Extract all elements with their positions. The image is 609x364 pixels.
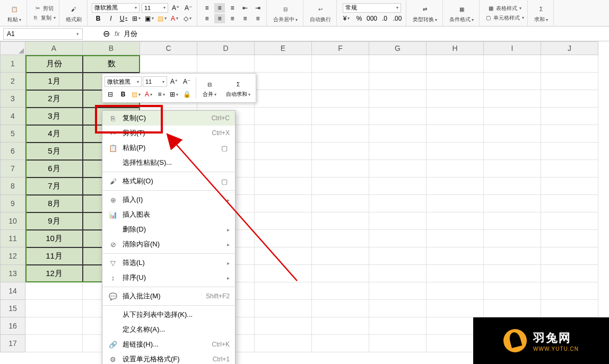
cell[interactable]	[427, 73, 484, 90]
distribute-button[interactable]: ≡	[253, 14, 263, 23]
col-header-J[interactable]: J	[541, 41, 598, 55]
row-header[interactable]: 4	[0, 108, 25, 125]
fill-color-button[interactable]: ▣	[144, 14, 154, 23]
cell[interactable]	[427, 282, 484, 300]
cell[interactable]	[369, 90, 427, 108]
menu-item[interactable]: 从下拉列表中选择(K)...	[102, 307, 235, 322]
cell[interactable]	[255, 177, 312, 195]
cell[interactable]	[484, 230, 541, 247]
col-header-D[interactable]: D	[197, 41, 255, 55]
menu-item[interactable]: 🔗超链接(H)...Ctrl+K	[102, 337, 235, 352]
cell[interactable]: 2月	[25, 90, 83, 108]
cell[interactable]	[427, 125, 484, 143]
cell[interactable]	[369, 317, 427, 335]
mini-autosum-button[interactable]: Σ 自动求和	[223, 77, 254, 99]
cell[interactable]	[312, 247, 369, 265]
cell[interactable]	[197, 55, 255, 73]
cell[interactable]: 3月	[25, 108, 83, 125]
menu-item[interactable]: 删除(D)	[102, 222, 235, 237]
cell[interactable]	[255, 265, 312, 282]
cell[interactable]	[427, 300, 484, 317]
cell[interactable]	[25, 317, 83, 335]
cell[interactable]	[255, 230, 312, 247]
copy-button[interactable]: ⎘复制	[31, 14, 56, 22]
italic-button[interactable]: I	[106, 14, 116, 23]
align-top-button[interactable]: ≡	[202, 3, 212, 13]
menu-item[interactable]: ⊘清除内容(N)	[102, 237, 235, 252]
cell[interactable]	[312, 282, 369, 300]
increase-indent-button[interactable]: ⇥	[253, 3, 263, 13]
cell[interactable]	[312, 143, 369, 160]
font-size-combo[interactable]: 11	[142, 3, 168, 13]
cell[interactable]	[427, 108, 484, 125]
cell[interactable]	[255, 335, 312, 352]
cell[interactable]	[369, 282, 427, 300]
sum-button[interactable]: Σ 求和	[532, 2, 550, 24]
menu-item[interactable]: 📊插入图表	[102, 207, 235, 222]
cell[interactable]: 8月	[25, 195, 83, 212]
cell[interactable]	[255, 143, 312, 160]
menu-item[interactable]: 💬插入批注(M)Shift+F2	[102, 289, 235, 304]
cell[interactable]	[484, 143, 541, 160]
cell[interactable]: 9月	[25, 212, 83, 230]
comma-button[interactable]: 000	[367, 14, 377, 23]
cell[interactable]	[312, 177, 369, 195]
zoom-out-icon[interactable]: ⊖	[102, 30, 110, 38]
cut-button[interactable]: ✂剪切	[33, 4, 54, 13]
cell[interactable]	[312, 212, 369, 230]
highlight-button[interactable]: ▤	[156, 14, 167, 23]
cell[interactable]	[312, 125, 369, 143]
cell[interactable]	[369, 125, 427, 143]
cell[interactable]	[312, 335, 369, 352]
menu-item[interactable]: 📋粘贴(P)▢	[102, 140, 235, 155]
number-format-combo[interactable]: 常规	[343, 3, 401, 13]
cell[interactable]	[427, 195, 484, 212]
row-header[interactable]: 6	[0, 143, 25, 160]
row-header[interactable]: 14	[0, 282, 25, 300]
cell[interactable]: 10月	[25, 230, 83, 247]
cell[interactable]: 7月	[25, 177, 83, 195]
cell[interactable]	[541, 73, 598, 90]
align-center-button[interactable]: ≡	[214, 14, 225, 23]
col-header-E[interactable]: E	[255, 41, 312, 55]
menu-item[interactable]: ⎘复制(C)Ctrl+C	[102, 111, 235, 126]
menu-item[interactable]: ▽筛选(L)	[102, 255, 235, 270]
mini-lock-button[interactable]: 🔒	[181, 88, 193, 100]
mini-size-combo[interactable]: 11	[143, 76, 167, 87]
cell[interactable]	[484, 160, 541, 177]
cell[interactable]	[255, 55, 312, 73]
menu-item[interactable]: ✂剪切(T)Ctrl+X	[102, 126, 235, 140]
cell[interactable]	[369, 177, 427, 195]
cell[interactable]	[541, 125, 598, 143]
cell[interactable]	[312, 195, 369, 212]
cell[interactable]	[255, 317, 312, 335]
bold-button[interactable]: B	[93, 14, 103, 23]
cell[interactable]: 4月	[25, 125, 83, 143]
border-button[interactable]: ⊞	[131, 14, 142, 23]
cell[interactable]	[427, 90, 484, 108]
mini-shrink-button[interactable]: ⊟	[105, 88, 116, 100]
row-header[interactable]: 16	[0, 317, 25, 335]
cell[interactable]	[369, 212, 427, 230]
row-header[interactable]: 2	[0, 73, 25, 90]
cell[interactable]: 12月	[25, 265, 83, 282]
col-header-B[interactable]: B	[83, 41, 140, 55]
row-header[interactable]: 7	[0, 160, 25, 177]
cell[interactable]	[427, 212, 484, 230]
menu-item[interactable]: ⊕插入(I)	[102, 192, 235, 207]
cell[interactable]	[541, 90, 598, 108]
cell[interactable]: 11月	[25, 247, 83, 265]
cell[interactable]	[369, 230, 427, 247]
cell[interactable]	[312, 160, 369, 177]
cell[interactable]	[369, 160, 427, 177]
cell[interactable]	[255, 247, 312, 265]
cell[interactable]	[484, 300, 541, 317]
cell[interactable]	[484, 55, 541, 73]
table-style-button[interactable]: ▦表格样式	[486, 4, 521, 13]
menu-item[interactable]: ↕排序(U)	[102, 270, 235, 285]
mini-increase-font[interactable]: A⁺	[168, 76, 180, 87]
align-middle-button[interactable]: ≡	[214, 3, 225, 13]
cell[interactable]	[427, 177, 484, 195]
mini-border-button[interactable]: ⊞	[168, 88, 180, 100]
cell[interactable]	[484, 108, 541, 125]
